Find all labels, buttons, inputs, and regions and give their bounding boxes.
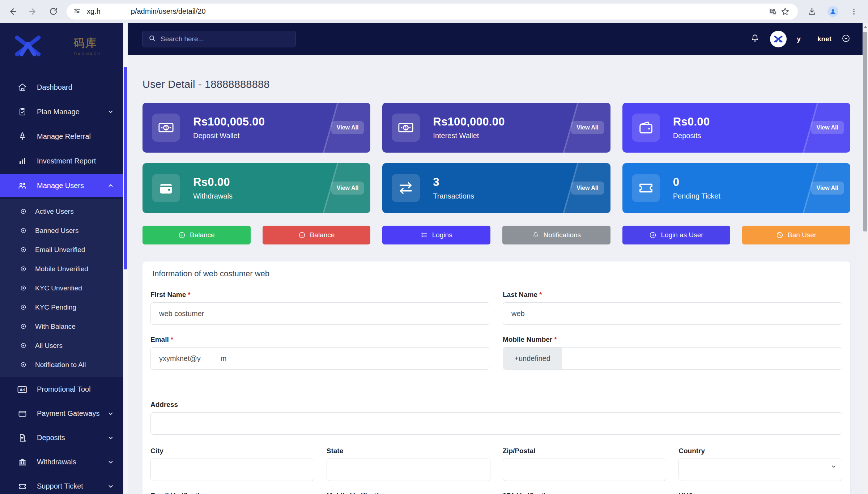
page-scrollbar[interactable] (863, 23, 868, 494)
email-value-part1: yxymknet@y (159, 354, 201, 363)
sidebar-item-investment-report[interactable]: Investment Report (0, 150, 123, 172)
user-menu[interactable]: y knet (797, 35, 831, 43)
sidebar-item-with-balance[interactable]: With Balance (0, 317, 123, 336)
ban-user-button[interactable]: Ban User (742, 226, 850, 244)
browser-reload-icon[interactable] (47, 5, 59, 18)
sidebar-item-kyc-pending[interactable]: KYC Pending (0, 298, 123, 317)
card-amount: 0 (673, 176, 720, 189)
city-label: City (150, 447, 314, 455)
minus-circle-icon (298, 231, 306, 239)
slash-circle-icon (776, 231, 783, 239)
sidebar-item-promotional-tool[interactable]: Ad Promotional Tool (0, 377, 123, 401)
country-select[interactable] (678, 459, 842, 481)
sidebar-item-all-users[interactable]: All Users (0, 336, 123, 355)
chevron-down-icon (107, 410, 114, 417)
address-label: Address (150, 401, 842, 409)
browser-menu-icon[interactable] (848, 5, 860, 18)
page-scrollbar-thumb[interactable] (863, 32, 867, 231)
sidebar-item-email-unverified[interactable]: Email Unverified (0, 240, 123, 259)
sidebar-scrollbar-thumb[interactable] (124, 67, 127, 269)
sidebar-item-deposits[interactable]: $ Deposits (0, 426, 123, 450)
address-field[interactable] (150, 412, 842, 435)
view-all-button[interactable]: View All (571, 121, 604, 134)
user-name-part2: knet (817, 35, 831, 43)
translate-icon[interactable]: G (767, 5, 779, 18)
login-as-user-button[interactable]: Login as User (622, 226, 731, 244)
view-all-button[interactable]: View All (331, 121, 364, 134)
search-input[interactable] (161, 35, 290, 43)
tree-icon (17, 132, 27, 141)
subtract-balance-button[interactable]: Balance (263, 226, 371, 244)
card-deposits: Rs0.00 Deposits View All (622, 103, 850, 153)
scroll-up-arrow-icon[interactable] (863, 25, 868, 29)
svg-text:1: 1 (165, 125, 167, 131)
sidebar-item-plan-manage[interactable]: Plan Manage (0, 101, 123, 123)
dot-circle-icon (20, 247, 26, 253)
mobile-prefix: +undefined (503, 348, 562, 369)
brand-logo-icon (13, 35, 43, 57)
view-all-button[interactable]: View All (571, 182, 604, 195)
zip-label: Zip/Postal (503, 447, 667, 455)
bank-icon (17, 458, 27, 467)
banknote-icon: 1 (152, 114, 180, 142)
sidebar-item-manage-referral[interactable]: Manage Referral (0, 125, 123, 148)
view-all-button[interactable]: View All (331, 182, 364, 195)
search-box[interactable] (142, 31, 296, 47)
dot-circle-icon (20, 323, 26, 329)
sidebar-item-mobile-unverified[interactable]: Mobile Unverified (0, 259, 123, 278)
credit-card-icon (17, 409, 27, 418)
address-bar[interactable]: xg.h p/admin/users/detail/20 G (67, 4, 798, 20)
ticket-icon (632, 174, 660, 202)
top-navbar: y knet (128, 23, 868, 55)
url-path: p/admin/users/detail/20 (131, 7, 206, 16)
first-name-field[interactable] (150, 302, 490, 325)
chevron-down-icon (107, 483, 114, 490)
sidebar-item-payment-gateways[interactable]: Payment Gateways (0, 401, 123, 426)
browser-profile-avatar[interactable] (827, 6, 838, 17)
sidebar: 码库 DANMAKU Dashboard Plan Manage (0, 23, 123, 494)
state-field[interactable] (327, 459, 490, 481)
mobile-number-field[interactable] (562, 348, 842, 369)
add-balance-button[interactable]: Balance (142, 226, 251, 244)
dot-circle-icon (20, 342, 26, 349)
card-amount: 3 (433, 176, 474, 189)
site-settings-icon[interactable] (73, 7, 81, 16)
main-area: y knet User Detail - 18888888888 1 (128, 23, 868, 494)
card-pending-ticket: 0 Pending Ticket View All (622, 163, 850, 213)
page-title: User Detail - 18888888888 (142, 78, 850, 91)
browser-forward-icon[interactable] (27, 5, 39, 18)
plus-circle-icon (178, 231, 186, 239)
sidebar-item-active-users[interactable]: Active Users (0, 202, 123, 221)
user-avatar[interactable] (770, 31, 787, 47)
view-all-button[interactable]: View All (811, 121, 844, 134)
city-field[interactable] (150, 459, 314, 481)
notifications-button[interactable]: Notifications (502, 226, 610, 244)
sidebar-nav: Dashboard Plan Manage Manage Referral (0, 69, 123, 494)
user-menu-chevron-icon[interactable] (842, 34, 850, 44)
dot-circle-icon (20, 208, 26, 214)
sidebar-item-support-ticket[interactable]: Support Ticket (0, 474, 123, 494)
url-host: xg.h (87, 7, 101, 16)
clipboard-icon (17, 107, 27, 116)
brand-logo[interactable]: 码库 DANMAKU (0, 23, 123, 69)
downloads-icon[interactable] (806, 5, 818, 18)
sidebar-item-kyc-unverified[interactable]: KYC Unverified (0, 278, 123, 298)
zip-field[interactable] (503, 459, 667, 481)
notifications-bell-icon[interactable] (750, 34, 760, 45)
sidebar-item-withdrawals[interactable]: Withdrawals (0, 450, 123, 474)
last-name-field[interactable] (503, 302, 842, 325)
search-icon (148, 34, 156, 44)
mobile-verification-label: Mobile Verification (327, 492, 490, 494)
email-field[interactable]: yxymknet@y m (150, 347, 490, 370)
sidebar-item-dashboard[interactable]: Dashboard (0, 76, 123, 98)
chevron-down-icon (107, 435, 114, 441)
logins-button[interactable]: Logins (382, 226, 490, 244)
sidebar-item-notification-to-all[interactable]: Notification to All (0, 355, 123, 374)
sidebar-item-banned-users[interactable]: Banned Users (0, 221, 123, 240)
browser-back-icon[interactable] (7, 5, 19, 18)
card-amount: Rs100,000.00 (433, 115, 505, 128)
view-all-button[interactable]: View All (811, 182, 844, 195)
bookmark-star-icon[interactable] (779, 5, 791, 18)
mobile-number-group: +undefined (503, 347, 842, 370)
sidebar-item-manage-users[interactable]: Manage Users (0, 174, 123, 197)
